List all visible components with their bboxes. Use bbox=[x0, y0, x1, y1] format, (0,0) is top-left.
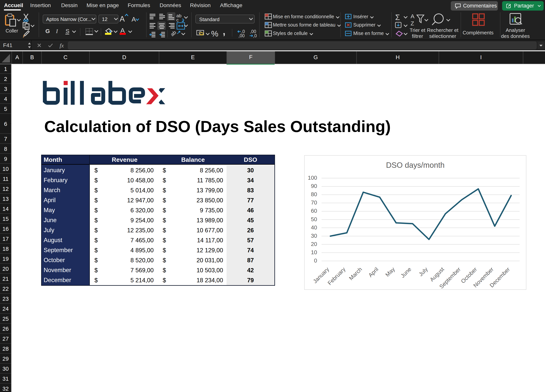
svg-text:A: A bbox=[411, 13, 415, 19]
svg-text:I: I bbox=[56, 28, 58, 34]
svg-text:,0: ,0 bbox=[253, 33, 257, 38]
svg-text:%: % bbox=[211, 29, 218, 38]
svg-text:ab: ab bbox=[169, 29, 177, 37]
svg-text:,00: ,00 bbox=[238, 33, 245, 38]
svg-text:G: G bbox=[45, 28, 50, 34]
svg-text:A: A bbox=[131, 16, 136, 23]
svg-text:A: A bbox=[120, 15, 125, 23]
svg-text:Z: Z bbox=[411, 20, 414, 26]
svg-text:S: S bbox=[66, 28, 69, 34]
svg-text:Σ: Σ bbox=[395, 13, 400, 22]
svg-text:,: , bbox=[223, 25, 225, 37]
svg-text:fx: fx bbox=[60, 42, 64, 49]
svg-text:c: c bbox=[176, 17, 179, 23]
